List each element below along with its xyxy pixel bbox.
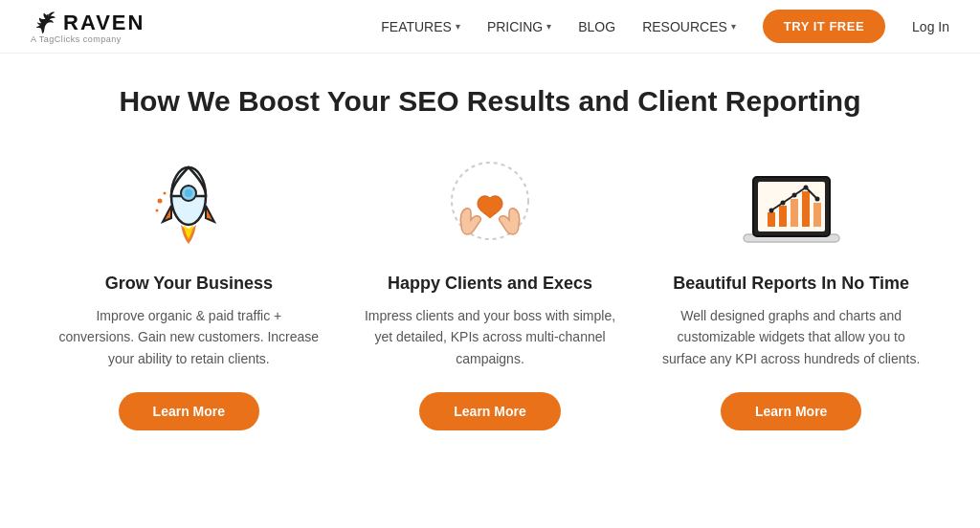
logo[interactable]: RAVEN A TagClicks company <box>31 10 145 44</box>
card-1-description: Improve organic & paid traffic + convers… <box>57 305 321 369</box>
svg-rect-16 <box>813 203 821 227</box>
laptop-chart-illustration <box>729 153 854 258</box>
rocket-illustration <box>126 153 251 258</box>
raven-bird-icon <box>31 10 57 36</box>
nav-pricing[interactable]: PRICING ▾ <box>487 19 551 34</box>
heart-hands-illustration <box>428 153 552 258</box>
card-3-title: Beautiful Reports In No Time <box>673 274 909 294</box>
chevron-down-icon: ▾ <box>456 21 460 32</box>
nav-blog[interactable]: BLOG <box>578 19 615 34</box>
card-3-learn-more-button[interactable]: Learn More <box>721 392 861 430</box>
svg-point-7 <box>164 192 167 195</box>
svg-point-6 <box>156 209 159 212</box>
chevron-down-icon: ▾ <box>546 21 551 32</box>
card-1-title: Grow Your Business <box>105 274 273 294</box>
svg-rect-15 <box>802 191 810 227</box>
feature-cards-row: Grow Your Business Improve organic & pai… <box>57 153 923 430</box>
card-happy-clients: Happy Clients and Execs Impress clients … <box>359 153 622 430</box>
nav-resources[interactable]: RESOURCES ▾ <box>642 19 736 34</box>
site-header: RAVEN A TagClicks company FEATURES ▾ PRI… <box>0 0 980 54</box>
svg-point-21 <box>814 197 819 202</box>
svg-point-20 <box>803 186 808 190</box>
card-2-title: Happy Clients and Execs <box>388 274 592 294</box>
nav-features[interactable]: FEATURES ▾ <box>381 19 460 34</box>
login-link[interactable]: Log In <box>912 19 949 34</box>
svg-point-18 <box>780 201 785 206</box>
card-2-description: Impress clients and your boss with simpl… <box>359 305 622 369</box>
main-content: How We Boost Your SEO Results and Client… <box>0 54 980 450</box>
svg-point-4 <box>185 189 192 197</box>
svg-point-1 <box>48 14 49 15</box>
card-3-description: Well designed graphs and charts and cust… <box>659 305 923 369</box>
main-nav: FEATURES ▾ PRICING ▾ BLOG RESOURCES ▾ TR… <box>381 10 949 43</box>
try-it-free-button[interactable]: TRY IT FREE <box>763 10 885 43</box>
logo-name: RAVEN <box>31 10 145 36</box>
svg-point-17 <box>768 209 773 213</box>
chevron-down-icon: ▾ <box>731 21 736 32</box>
svg-rect-13 <box>779 206 787 227</box>
page-heading: How We Boost Your SEO Results and Client… <box>57 84 923 119</box>
card-1-learn-more-button[interactable]: Learn More <box>119 392 259 430</box>
svg-rect-12 <box>768 212 775 227</box>
logo-text: RAVEN <box>63 11 145 35</box>
svg-rect-14 <box>791 199 798 227</box>
svg-point-5 <box>158 199 163 204</box>
svg-point-19 <box>791 193 796 198</box>
card-beautiful-reports: Beautiful Reports In No Time Well design… <box>659 153 923 430</box>
card-2-learn-more-button[interactable]: Learn More <box>419 392 560 430</box>
logo-subtitle: A TagClicks company <box>31 34 122 44</box>
card-grow-business: Grow Your Business Improve organic & pai… <box>57 153 321 430</box>
